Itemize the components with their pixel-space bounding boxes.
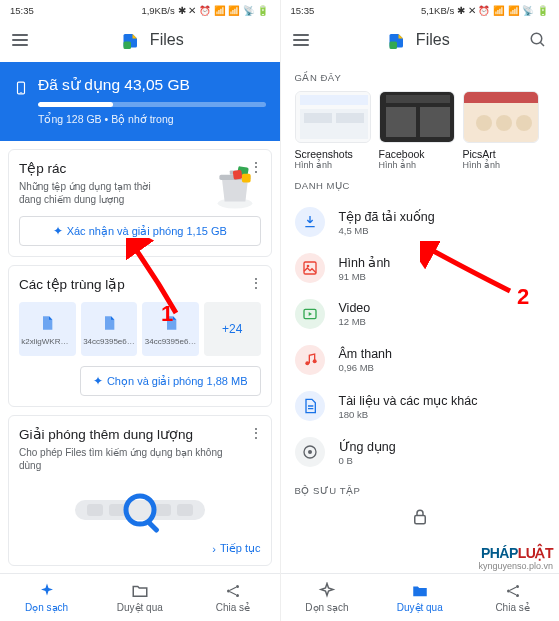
dup-file-item[interactable]: k2xligWKRC… [19, 302, 76, 356]
nav-browse[interactable]: Duyệt qua [373, 574, 466, 621]
dup-files-row: k2xligWKRC… 34cc9395e6… 34cc9395e6… +24 [19, 302, 261, 356]
svg-rect-35 [304, 262, 316, 274]
sparkle-icon [318, 582, 336, 600]
select-free-button[interactable]: ✦ Chọn và giải phóng 1,88 MB [80, 366, 261, 396]
recent-thumb [463, 91, 539, 143]
storage-progress [38, 102, 266, 107]
confirm-free-button[interactable]: ✦ Xác nhận và giải phóng 1,15 GB [19, 216, 261, 246]
svg-point-44 [516, 585, 519, 588]
more-icon[interactable]: ⋮ [249, 276, 263, 290]
dup-file-item[interactable]: 34cc9395e6… [142, 302, 199, 356]
file-icon [39, 313, 55, 333]
svg-point-32 [476, 115, 492, 131]
status-bar: 15:35 5,1KB/s ✱ ✕ ⏰ 📶 📶 📡 🔋 [281, 0, 560, 18]
cat-images[interactable]: Hình ảnh91 MB [281, 245, 560, 291]
svg-rect-7 [232, 170, 242, 180]
svg-rect-11 [109, 504, 125, 516]
svg-rect-24 [304, 113, 332, 123]
free-sub: Cho phép Files tìm kiếm ứng dụng bạn khô… [19, 446, 239, 472]
app-bar: Files [0, 18, 280, 62]
svg-rect-0 [123, 42, 131, 50]
phone-clean-screen: 15:35 1,9KB/s ✱ ✕ ⏰ 📶 📶 📡 🔋 Files Đã sử … [0, 0, 280, 621]
video-icon [302, 306, 318, 322]
magnifier-illustration-icon [19, 486, 261, 534]
svg-rect-42 [415, 516, 426, 524]
svg-point-20 [531, 33, 542, 44]
file-icon [163, 313, 179, 333]
cat-downloads[interactable]: Tệp đã tải xuống4,5 MB [281, 199, 560, 245]
svg-point-45 [516, 594, 519, 597]
svg-rect-2 [20, 92, 22, 93]
more-icon[interactable]: ⋮ [249, 160, 263, 174]
nav-share[interactable]: Chia sẻ [466, 574, 559, 621]
svg-point-16 [227, 590, 230, 593]
svg-point-39 [312, 359, 316, 363]
svg-rect-22 [300, 95, 368, 105]
status-time: 15:35 [291, 5, 315, 16]
nav-clean[interactable]: Dọn sạch [0, 574, 93, 621]
dup-title: Các tệp trùng lặp [19, 276, 261, 292]
sparkle-icon: ✦ [93, 374, 103, 388]
svg-point-41 [308, 450, 312, 454]
sparkle-icon: ✦ [53, 224, 63, 238]
svg-rect-10 [87, 504, 103, 516]
files-logo-icon [122, 31, 140, 49]
status-icons-right: 1,9KB/s ✱ ✕ ⏰ 📶 📶 📡 🔋 [141, 5, 269, 16]
lock-icon[interactable] [411, 508, 429, 526]
dup-more-item[interactable]: +24 [204, 302, 261, 356]
storage-used: Đã sử dụng 43,05 GB [38, 76, 266, 94]
nav-browse[interactable]: Duyệt qua [93, 574, 186, 621]
svg-point-18 [236, 594, 239, 597]
free-space-card: Giải phóng thêm dung lượng Cho phép File… [8, 415, 272, 566]
cat-docs[interactable]: Tài liệu và các mục khác180 kB [281, 383, 560, 429]
search-icon[interactable] [529, 31, 547, 49]
status-time: 15:35 [10, 5, 34, 16]
app-title: Files [150, 31, 184, 49]
status-speed: 1,9KB/s [141, 5, 174, 16]
download-icon [302, 214, 318, 230]
dup-file-item[interactable]: 34cc9395e6… [81, 302, 138, 356]
menu-icon[interactable] [12, 34, 28, 46]
svg-point-36 [306, 265, 309, 268]
status-bar: 15:35 1,9KB/s ✱ ✕ ⏰ 📶 📶 📡 🔋 [0, 0, 280, 18]
svg-rect-31 [464, 91, 538, 103]
status-speed: 5,1KB/s [421, 5, 454, 16]
free-title: Giải phóng thêm dung lượng [19, 426, 261, 442]
phone-icon [14, 81, 28, 95]
svg-rect-15 [146, 520, 159, 533]
bottom-nav: Dọn sạch Duyệt qua Chia sẻ [0, 573, 280, 621]
nav-clean[interactable]: Dọn sạch [281, 574, 374, 621]
recent-item-picsart[interactable]: PicsArt Hình ảnh [463, 91, 539, 170]
svg-rect-8 [241, 174, 250, 183]
svg-point-33 [496, 115, 512, 131]
phone-browse-screen: 15:35 5,1KB/s ✱ ✕ ⏰ 📶 📶 📡 🔋 Files GẦN ĐÂ… [280, 0, 560, 621]
cat-audio[interactable]: Âm thanh0,96 MB [281, 337, 560, 383]
app-bar: Files [281, 18, 560, 62]
storage-card[interactable]: Đã sử dụng 43,05 GB Tổng 128 GB • Bộ nhớ… [0, 62, 280, 141]
svg-rect-29 [420, 107, 450, 137]
bottom-nav: Dọn sạch Duyệt qua Chia sẻ [281, 573, 560, 621]
menu-icon[interactable] [293, 34, 309, 46]
svg-point-17 [236, 585, 239, 588]
continue-button[interactable]: ›Tiếp tục [19, 542, 261, 555]
duplicates-card: Các tệp trùng lặp ⋮ k2xligWKRC… 34cc9395… [8, 265, 272, 407]
folder-icon [411, 582, 429, 600]
svg-rect-13 [177, 504, 193, 516]
image-icon [302, 260, 318, 276]
recent-label: GẦN ĐÂY [281, 62, 560, 91]
recent-item-screenshots[interactable]: Screenshots Hình ảnh [295, 91, 371, 170]
cat-apps[interactable]: Ứng dụng0 B [281, 429, 560, 475]
svg-point-34 [516, 115, 532, 131]
recent-row: Screenshots Hình ảnh Facebook Hình ảnh P… [281, 91, 560, 170]
audio-icon [302, 352, 318, 368]
document-icon [302, 398, 318, 414]
recent-thumb [379, 91, 455, 143]
svg-rect-25 [336, 113, 364, 123]
file-icon [101, 313, 117, 333]
categories-label: DANH MỤC [281, 170, 560, 199]
nav-share[interactable]: Chia sẻ [186, 574, 279, 621]
collection-label: BỘ SƯU TẬP [281, 475, 560, 504]
more-icon[interactable]: ⋮ [249, 426, 263, 440]
recent-item-facebook[interactable]: Facebook Hình ảnh [379, 91, 455, 170]
cat-video[interactable]: Video12 MB [281, 291, 560, 337]
